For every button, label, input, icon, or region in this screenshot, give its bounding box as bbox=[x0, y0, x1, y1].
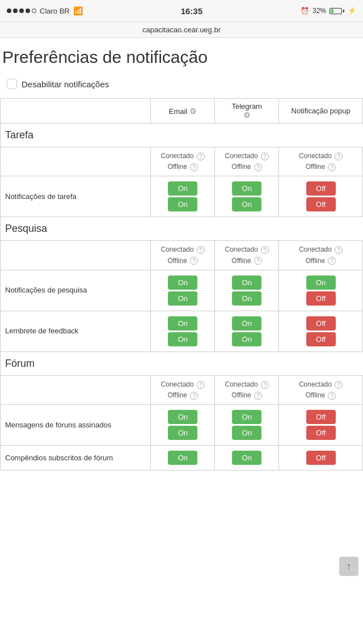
telegram-label: Telegram bbox=[231, 102, 261, 111]
col-header-telegram: Telegram ⚙ bbox=[215, 99, 279, 124]
btn-popup-off-2-0-1[interactable]: Off bbox=[306, 426, 336, 440]
help-icon-offline-email-1[interactable]: ? bbox=[190, 257, 198, 265]
btn-email-on-1-0-1[interactable]: On bbox=[168, 291, 197, 306]
help-icon-connected-telegram-1[interactable]: ? bbox=[261, 246, 269, 254]
notif-label-2-0: Mensagens de fóruns assinados bbox=[1, 405, 151, 446]
notif-btn-cell-email-1-0: OnOn bbox=[151, 270, 215, 311]
dot3 bbox=[19, 9, 24, 13]
btn-email-on-2-1-0[interactable]: On bbox=[168, 451, 197, 465]
btn-popup-off-1-1-1[interactable]: Off bbox=[306, 332, 336, 346]
notif-btn-cell-email-0-0: OnOn bbox=[151, 176, 215, 217]
section-title-1: Pesquisa bbox=[1, 217, 363, 241]
dot2 bbox=[13, 9, 18, 13]
help-icon-connected-email-0[interactable]: ? bbox=[197, 152, 205, 160]
email-gear-icon[interactable]: ⚙ bbox=[189, 107, 197, 116]
help-icon-offline-popup-1[interactable]: ? bbox=[328, 257, 336, 265]
connected-popup-2: Conectado ?Offline ? bbox=[279, 375, 363, 404]
section-header-2: Fórum bbox=[1, 351, 363, 375]
btn-email-on-2-0-0[interactable]: On bbox=[168, 410, 197, 424]
dot4 bbox=[26, 9, 30, 13]
notif-label-0-0: Notificações de tarefa bbox=[1, 176, 151, 217]
help-icon-connected-telegram-0[interactable]: ? bbox=[261, 152, 269, 160]
btn-telegram-on-1-0-1[interactable]: On bbox=[232, 291, 261, 306]
btn-email-on-1-1-1[interactable]: On bbox=[168, 332, 197, 346]
notif-btn-cell-email-2-1: On bbox=[151, 446, 215, 471]
section-title-0: Tarefa bbox=[1, 124, 363, 147]
table-header-row: Email ⚙ Telegram ⚙ Notificação popup bbox=[1, 99, 363, 124]
url-text: capacitacao.cear.ueg.br bbox=[142, 26, 221, 34]
btn-telegram-on-0-0-0[interactable]: On bbox=[232, 181, 261, 196]
btn-email-on-2-0-1[interactable]: On bbox=[168, 426, 197, 440]
notif-label-1-0: Notificações de pesquisa bbox=[1, 270, 151, 311]
btn-popup-off-2-0-0[interactable]: Off bbox=[306, 410, 336, 424]
status-left: Claro BR 📶 bbox=[7, 6, 83, 15]
notif-btn-cell-popup-2-1: Off bbox=[279, 446, 363, 471]
btn-telegram-on-2-1-0[interactable]: On bbox=[232, 451, 261, 465]
notif-label-1-1: Lembrete de feedback bbox=[1, 311, 151, 351]
notif-btn-cell-email-2-0: OnOn bbox=[151, 405, 215, 446]
help-icon-connected-popup-1[interactable]: ? bbox=[335, 246, 343, 254]
connected-empty bbox=[1, 375, 151, 404]
btn-email-on-0-0-1[interactable]: On bbox=[168, 197, 197, 211]
btn-email-on-1-1-0[interactable]: On bbox=[168, 316, 197, 331]
notif-btn-cell-popup-0-0: OffOff bbox=[279, 176, 363, 217]
notif-btn-cell-telegram-0-0: OnOn bbox=[215, 176, 279, 217]
help-icon-connected-popup-2[interactable]: ? bbox=[335, 381, 343, 389]
help-icon-connected-email-1[interactable]: ? bbox=[197, 246, 205, 254]
wifi-icon: 📶 bbox=[73, 6, 83, 15]
signal-dots bbox=[7, 9, 36, 13]
section-header-0: Tarefa bbox=[1, 124, 363, 147]
btn-telegram-on-2-0-0[interactable]: On bbox=[232, 410, 261, 424]
btn-telegram-on-1-1-1[interactable]: On bbox=[232, 332, 261, 346]
help-icon-offline-popup-2[interactable]: ? bbox=[328, 392, 336, 400]
help-icon-offline-email-2[interactable]: ? bbox=[190, 392, 198, 400]
disable-notifications-checkbox[interactable] bbox=[7, 79, 17, 89]
btn-popup-on-1-0-0[interactable]: On bbox=[306, 276, 336, 290]
btn-popup-off-0-0-0[interactable]: Off bbox=[306, 181, 336, 196]
help-icon-connected-telegram-2[interactable]: ? bbox=[261, 381, 269, 389]
notif-btn-cell-telegram-1-0: OnOn bbox=[215, 270, 279, 311]
charge-icon: ⚡ bbox=[348, 7, 356, 15]
notif-btn-cell-telegram-2-1: On bbox=[215, 446, 279, 471]
connected-popup-0: Conectado ?Offline ? bbox=[279, 147, 363, 176]
disable-notifications-row: Desabilitar notificações bbox=[0, 74, 363, 98]
help-icon-offline-email-0[interactable]: ? bbox=[190, 163, 198, 171]
btn-telegram-on-0-0-1[interactable]: On bbox=[232, 197, 261, 211]
connected-email-1: Conectado ?Offline ? bbox=[151, 241, 215, 270]
btn-popup-off-1-1-0[interactable]: Off bbox=[306, 316, 336, 331]
status-time: 16:35 bbox=[181, 6, 202, 16]
btn-popup-off-2-1-0[interactable]: Off bbox=[306, 451, 336, 465]
status-right: ⏰ 32% ⚡ bbox=[301, 7, 356, 15]
col-header-popup: Notificação popup bbox=[279, 99, 363, 124]
address-bar: capacitacao.cear.ueg.br bbox=[0, 22, 363, 38]
dot5 bbox=[32, 9, 36, 13]
alarm-icon: ⏰ bbox=[301, 7, 309, 15]
section-title-2: Fórum bbox=[1, 351, 363, 375]
popup-label: Notificação popup bbox=[292, 107, 351, 115]
btn-email-on-1-0-0[interactable]: On bbox=[168, 276, 197, 290]
help-icon-offline-popup-0[interactable]: ? bbox=[328, 163, 336, 171]
notif-btn-cell-popup-1-0: OnOff bbox=[279, 270, 363, 311]
help-icon-connected-email-2[interactable]: ? bbox=[197, 381, 205, 389]
btn-popup-off-1-0-1[interactable]: Off bbox=[306, 291, 336, 306]
help-icon-offline-telegram-2[interactable]: ? bbox=[254, 392, 262, 400]
notif-row-2-0: Mensagens de fóruns assinadosOnOnOnOnOff… bbox=[1, 405, 363, 446]
carrier-label: Claro BR bbox=[40, 7, 70, 15]
connected-popup-1: Conectado ?Offline ? bbox=[279, 241, 363, 270]
btn-email-on-0-0-0[interactable]: On bbox=[168, 181, 197, 196]
help-icon-offline-telegram-0[interactable]: ? bbox=[254, 163, 262, 171]
telegram-gear-icon[interactable]: ⚙ bbox=[243, 111, 251, 120]
btn-telegram-on-2-0-1[interactable]: On bbox=[232, 426, 261, 440]
notif-row-2-1: Compêndios subscritos de fórumOnOnOff bbox=[1, 446, 363, 471]
notif-btn-cell-popup-1-1: OffOff bbox=[279, 311, 363, 351]
btn-popup-off-0-0-1[interactable]: Off bbox=[306, 197, 336, 211]
battery-percent: 32% bbox=[313, 7, 326, 15]
btn-telegram-on-1-1-0[interactable]: On bbox=[232, 316, 261, 331]
dot1 bbox=[7, 9, 11, 13]
table-body: TarefaConectado ?Offline ?Conectado ?Off… bbox=[1, 124, 363, 471]
btn-telegram-on-1-0-0[interactable]: On bbox=[232, 276, 261, 290]
connected-empty bbox=[1, 147, 151, 176]
help-icon-connected-popup-0[interactable]: ? bbox=[335, 152, 343, 160]
help-icon-offline-telegram-1[interactable]: ? bbox=[254, 257, 262, 265]
connected-telegram-1: Conectado ?Offline ? bbox=[215, 241, 279, 270]
